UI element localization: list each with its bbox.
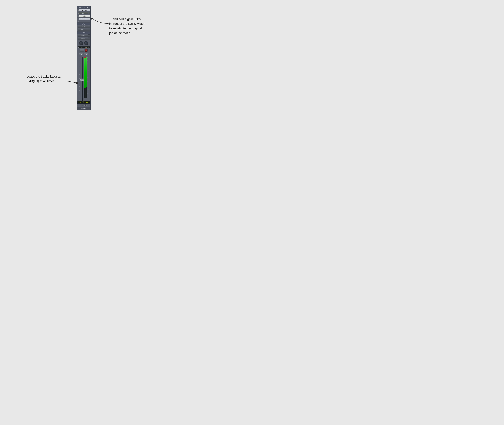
annotation-bl-line-1: Leave the tracks fader at xyxy=(27,74,60,79)
scale-12: 12 xyxy=(79,57,80,58)
solo-button[interactable]: S xyxy=(79,53,83,55)
insert-mjuc-button[interactable]: MJUC xyxy=(79,12,88,14)
mscale-50: 50 xyxy=(87,89,88,90)
insert-proq2-button[interactable]: Pro-Q 2 xyxy=(79,9,90,11)
pan-left-arrow[interactable]: ◄ xyxy=(78,47,79,48)
knob-right[interactable] xyxy=(84,41,88,45)
insert-row-empty xyxy=(77,20,90,22)
insert-row-trim: Trim xyxy=(77,15,90,18)
no-input-button[interactable]: no input xyxy=(78,26,88,28)
mscale-0: 0 xyxy=(87,57,88,58)
annotation-bottom-left: Leave the tracks fader at 0 dB(FS) at al… xyxy=(27,74,60,83)
scale-20: 20 xyxy=(79,81,80,82)
rec-dot xyxy=(85,50,87,51)
scale-10: 10 xyxy=(79,74,80,75)
pan-right-value: 100 xyxy=(84,47,88,48)
channel-strip: INSERTS A-E Pro-Q 2 MJUC ▼ Trim LUFS Met… xyxy=(77,6,91,110)
io-input-row: no input xyxy=(77,25,90,28)
auto-row: auto off xyxy=(77,34,90,37)
output-dropdown[interactable] xyxy=(88,29,90,31)
mscale-5: 5 xyxy=(87,60,88,61)
vu-channels xyxy=(84,57,87,98)
fader-scale: 12 6 0 5 10 15 20 30 40 60 ∞ xyxy=(77,56,80,101)
transport-arrow-down[interactable]: ▼ xyxy=(80,105,82,106)
vu-right-channel xyxy=(86,57,87,98)
insert-dot-1 xyxy=(78,10,79,11)
insert-dot-5 xyxy=(78,21,79,22)
fader-value-row: 0.0 -3.7 xyxy=(77,101,90,104)
knob-left[interactable] xyxy=(79,41,83,45)
annotation-bl-line-2: 0 dB(FS) at all times... xyxy=(27,79,60,83)
mscale-40: 40 xyxy=(87,85,88,85)
annotation-top-right: ... and add a gain utility in front of t… xyxy=(109,17,145,35)
record-button[interactable] xyxy=(85,49,87,52)
transport-play[interactable]: ► xyxy=(86,105,87,106)
mute-button[interactable]: M xyxy=(84,53,88,55)
pan-numbers: ◄ 100 | 100 ► xyxy=(78,46,90,48)
group-dropdown[interactable] xyxy=(88,38,90,40)
pan-right-arrow[interactable]: ► xyxy=(88,47,90,48)
group-row: no group xyxy=(77,37,90,40)
insert-trim-button[interactable]: Trim xyxy=(79,15,90,17)
mscale-35: 35 xyxy=(87,81,88,82)
solo-mute-row: S M xyxy=(77,52,90,56)
input-rec-row: I xyxy=(77,48,90,52)
pan-left-value: 100 xyxy=(79,47,84,48)
insert-row-mjuc: MJUC ▼ xyxy=(77,12,90,15)
fader-area: 12 6 0 5 10 15 20 30 40 60 ∞ xyxy=(77,56,90,101)
auto-header: AUTO xyxy=(77,32,90,34)
transport-row: ▼ dyn ► xyxy=(77,104,90,107)
scale-15: 15 xyxy=(79,78,80,79)
meter-scale: 0 5 10 15 20 25 30 35 40 50 60 xyxy=(87,57,90,98)
scale-40: 40 xyxy=(79,90,80,91)
insert-lufs-button[interactable]: LUFS Meter xyxy=(79,18,90,20)
dyn-button[interactable]: dyn xyxy=(82,104,86,106)
fader-track xyxy=(82,57,83,102)
fader-handle[interactable] xyxy=(80,79,84,81)
annotation-line-1: ... and add a gain utility xyxy=(109,17,145,21)
annotation-arrow-top xyxy=(0,0,504,425)
knobs-row xyxy=(77,40,90,46)
mscale-25: 25 xyxy=(87,74,88,74)
vu-right-fill xyxy=(86,57,87,87)
group-button[interactable]: no group xyxy=(78,38,88,40)
vu-left-channel xyxy=(84,57,86,98)
insert-dot-4 xyxy=(78,19,79,20)
scale-60: 60 xyxy=(79,93,80,93)
insert-row-proq2: Pro-Q 2 xyxy=(77,9,90,12)
annotation-line-4: job of the fader. xyxy=(109,31,145,35)
scale-30: 30 xyxy=(79,86,80,87)
vu-left-fill xyxy=(84,57,86,88)
io-output-row: Out 1-2 xyxy=(77,28,90,31)
mscale-15: 15 xyxy=(87,67,88,67)
auto-off-button[interactable]: auto off xyxy=(78,35,88,37)
mjuc-dropdown[interactable]: ▼ xyxy=(89,12,90,14)
insert-dot-3 xyxy=(78,15,79,17)
annotation-arrow-bottom xyxy=(0,0,504,425)
input-monitor-button[interactable]: I xyxy=(80,49,84,52)
fader-track-container xyxy=(80,56,84,101)
annotation-line-3: to substitute the original xyxy=(109,26,145,31)
vu-meter-section: 0 5 10 15 20 25 30 35 40 50 60 xyxy=(84,56,90,101)
input-dropdown[interactable] xyxy=(88,26,90,28)
fader-value-right: -3.7 xyxy=(84,101,90,103)
vu-left-red xyxy=(84,57,86,58)
mscale-60: 60 xyxy=(87,93,88,94)
track-name: track 1 xyxy=(77,107,90,110)
io-header: I / O xyxy=(77,23,90,25)
insert-dot-2 xyxy=(78,13,79,14)
auto-dropdown[interactable] xyxy=(88,34,90,37)
annotation-line-2: in front of the LUFS Meter xyxy=(109,21,145,26)
output-button[interactable]: Out 1-2 xyxy=(78,29,88,31)
mscale-20: 20 xyxy=(87,70,88,71)
mscale-10: 10 xyxy=(87,63,88,64)
mscale-30: 30 xyxy=(87,77,88,78)
insert-row-lufs: LUFS Meter xyxy=(77,18,90,20)
inserts-header: INSERTS A-E xyxy=(77,7,90,9)
